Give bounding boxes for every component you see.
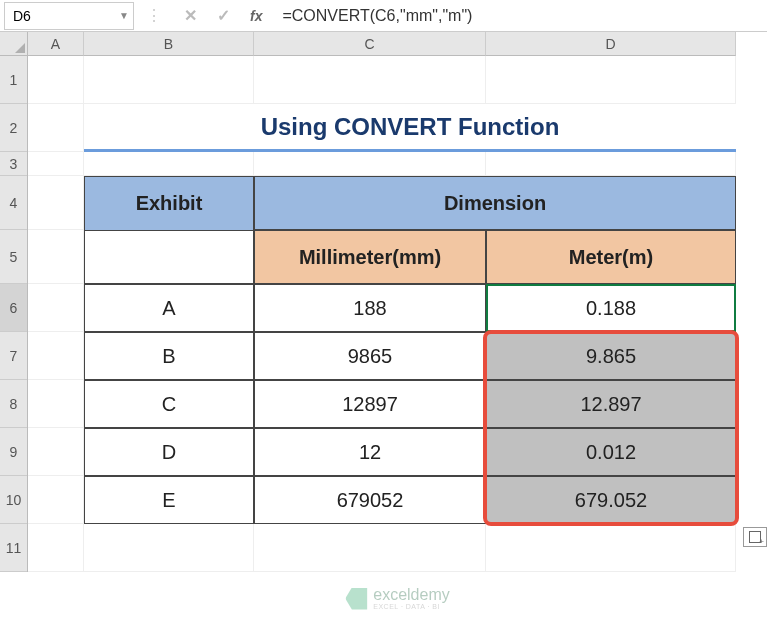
cell-a9[interactable] [28, 428, 84, 476]
fx-icon[interactable]: fx [250, 8, 262, 24]
cell-d9[interactable]: 0.012 [486, 428, 736, 476]
cell-c3[interactable] [254, 152, 486, 176]
row-9: D 12 0.012 [28, 428, 767, 476]
watermark-main: exceldemy [373, 587, 449, 603]
row-7: B 9865 9.865 [28, 332, 767, 380]
header-dimension[interactable]: Dimension [254, 176, 736, 230]
divider: ⋮ [146, 6, 162, 25]
cancel-icon[interactable]: ✕ [184, 6, 197, 25]
row-headers: 1 2 3 4 5 6 7 8 9 10 11 [0, 56, 28, 572]
row-header-10[interactable]: 10 [0, 476, 27, 524]
cell-a6[interactable] [28, 284, 84, 332]
cell-a11[interactable] [28, 524, 84, 572]
row-2: Using CONVERT Function [28, 104, 767, 152]
cell-a3[interactable] [28, 152, 84, 176]
cell-c9[interactable]: 12 [254, 428, 486, 476]
row-10: E 679052 679.052 [28, 476, 767, 524]
cell-b7[interactable]: B [84, 332, 254, 380]
col-header-a[interactable]: A [28, 32, 84, 56]
cell-b3[interactable] [84, 152, 254, 176]
col-header-c[interactable]: C [254, 32, 486, 56]
cell-b6[interactable]: A [84, 284, 254, 332]
cell-d3[interactable] [486, 152, 736, 176]
row-3 [28, 152, 767, 176]
cell-c10[interactable]: 679052 [254, 476, 486, 524]
row-header-7[interactable]: 7 [0, 332, 27, 380]
grid-area: A B C D Using CONVERT Function Exhib [28, 32, 767, 642]
row-header-9[interactable]: 9 [0, 428, 27, 476]
cell-a1[interactable] [28, 56, 84, 104]
cell-b9[interactable]: D [84, 428, 254, 476]
name-box-value: D6 [13, 8, 31, 24]
row-6: A 188 0.188 [28, 284, 767, 332]
name-box[interactable]: D6 ▼ [4, 2, 134, 30]
col-header-b[interactable]: B [84, 32, 254, 56]
enter-icon[interactable]: ✓ [217, 6, 230, 25]
cell-b8[interactable]: C [84, 380, 254, 428]
row-header-11[interactable]: 11 [0, 524, 27, 572]
header-mm[interactable]: Millimeter(mm) [254, 230, 486, 284]
cell-a4[interactable] [28, 176, 84, 230]
cell-a7[interactable] [28, 332, 84, 380]
watermark-sub: EXCEL · DATA · BI [373, 603, 449, 610]
cell-d6[interactable]: 0.188 [486, 284, 736, 332]
row-header-8[interactable]: 8 [0, 380, 27, 428]
row-header-5[interactable]: 5 [0, 230, 27, 284]
cell-c8[interactable]: 12897 [254, 380, 486, 428]
cell-b11[interactable] [84, 524, 254, 572]
row-8: C 12897 12.897 [28, 380, 767, 428]
watermark-text: exceldemy EXCEL · DATA · BI [373, 587, 449, 610]
cell-a2[interactable] [28, 104, 84, 152]
cell-a10[interactable] [28, 476, 84, 524]
column-headers: A B C D [28, 32, 767, 56]
cell-d11[interactable] [486, 524, 736, 572]
row-header-3[interactable]: 3 [0, 152, 27, 176]
cell-d8[interactable]: 12.897 [486, 380, 736, 428]
cell-a5[interactable] [28, 230, 84, 284]
row-11 [28, 524, 767, 572]
header-exhibit[interactable]: Exhibit [84, 176, 254, 230]
row-4: Exhibit Dimension [28, 176, 767, 230]
row-header-1[interactable]: 1 [0, 56, 27, 104]
row-1 [28, 56, 767, 104]
row-5: Millimeter(mm) Meter(m) [28, 230, 767, 284]
cell-c1[interactable] [254, 56, 486, 104]
title-cell[interactable]: Using CONVERT Function [84, 104, 736, 152]
row-header-4[interactable]: 4 [0, 176, 27, 230]
cell-c7[interactable]: 9865 [254, 332, 486, 380]
col-header-d[interactable]: D [486, 32, 736, 56]
formula-bar: D6 ▼ ⋮ ✕ ✓ fx =CONVERT(C6,"mm","m") [0, 0, 767, 32]
watermark: exceldemy EXCEL · DATA · BI [345, 587, 449, 610]
cell-c6[interactable]: 188 [254, 284, 486, 332]
row-gutter: 1 2 3 4 5 6 7 8 9 10 11 [0, 32, 28, 642]
header-blank[interactable] [84, 230, 254, 284]
autofill-options-icon[interactable] [743, 527, 767, 547]
name-box-dropdown-icon[interactable]: ▼ [119, 10, 129, 21]
cell-b10[interactable]: E [84, 476, 254, 524]
row-header-2[interactable]: 2 [0, 104, 27, 152]
cell-d7[interactable]: 9.865 [486, 332, 736, 380]
row-header-6[interactable]: 6 [0, 284, 27, 332]
cell-c11[interactable] [254, 524, 486, 572]
watermark-logo-icon [345, 588, 367, 610]
cell-d10[interactable]: 679.052 [486, 476, 736, 524]
select-all-corner[interactable] [0, 32, 28, 56]
cell-b1[interactable] [84, 56, 254, 104]
formula-input[interactable]: =CONVERT(C6,"mm","m") [272, 7, 767, 25]
cell-d1[interactable] [486, 56, 736, 104]
spreadsheet: 1 2 3 4 5 6 7 8 9 10 11 A B C D [0, 32, 767, 642]
cell-a8[interactable] [28, 380, 84, 428]
header-m[interactable]: Meter(m) [486, 230, 736, 284]
